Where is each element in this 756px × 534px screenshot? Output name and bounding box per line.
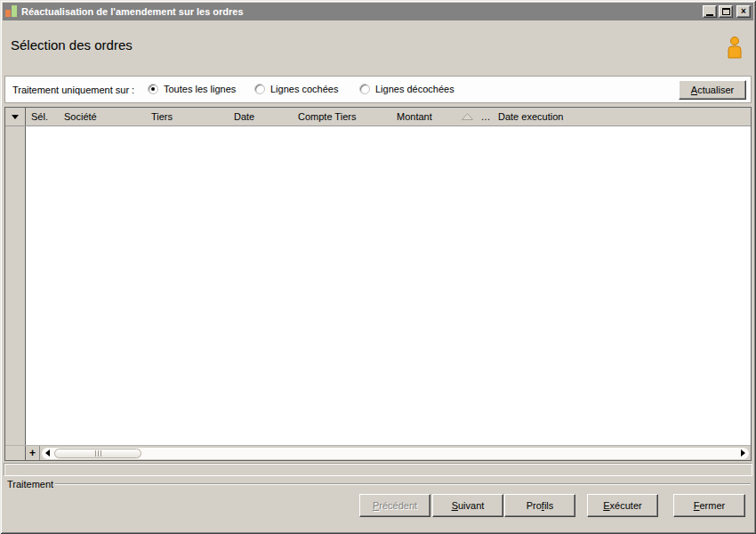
radio-label: Lignes décochées — [375, 84, 454, 94]
app-icon-green-bar — [12, 5, 17, 17]
column-header-compte-tiers[interactable]: Compte Tiers — [294, 108, 393, 125]
window-controls: × — [703, 5, 751, 18]
window-title: Réactualisation de l'amendement sur les … — [21, 6, 703, 17]
radio-unchecked-lines[interactable]: Lignes décochées — [359, 84, 454, 94]
row-indicator-gutter — [5, 126, 26, 445]
next-button[interactable]: Suivant — [432, 494, 503, 517]
column-header-societe[interactable]: Société — [60, 108, 148, 125]
previous-button[interactable]: Précédent — [359, 494, 430, 517]
plus-icon: + — [29, 447, 36, 459]
minimize-button[interactable] — [703, 5, 717, 18]
progress-strip — [4, 463, 752, 476]
column-header-date-execution[interactable]: Date execution — [495, 108, 751, 125]
traitement-group: Traitement — [7, 478, 751, 490]
filter-label: Traitement uniquement sur : — [12, 85, 134, 95]
grid-filter-dropdown[interactable] — [5, 108, 26, 125]
column-header-ellipsis[interactable]: … — [477, 108, 495, 125]
radio-icon — [254, 84, 265, 94]
scrollbar-track[interactable] — [41, 447, 750, 460]
app-icon[interactable] — [5, 5, 18, 18]
radio-icon — [148, 84, 158, 94]
app-icon-orange-bar — [5, 10, 11, 17]
minimize-icon — [706, 14, 713, 16]
radio-label: Lignes cochées — [270, 84, 338, 94]
horizontal-scrollbar: + — [5, 445, 751, 460]
close-button[interactable]: × — [736, 5, 751, 18]
radio-checked-lines[interactable]: Lignes cochées — [254, 84, 338, 94]
filter-band: Traitement uniquement sur : Toutes les l… — [4, 76, 752, 103]
group-divider — [55, 483, 751, 485]
user-silhouette-icon[interactable] — [725, 36, 744, 61]
close-dialog-button[interactable]: Fermer — [673, 494, 745, 517]
scroll-left-button[interactable] — [42, 448, 53, 459]
profiles-button[interactable]: Profils — [504, 494, 575, 517]
titlebar: Réactualisation de l'amendement sur les … — [3, 3, 753, 20]
column-header-tiers[interactable]: Tiers — [148, 108, 230, 125]
close-icon: × — [741, 7, 746, 16]
column-header-date[interactable]: Date — [230, 108, 294, 125]
scroll-right-button[interactable] — [737, 448, 749, 459]
maximize-icon — [722, 8, 730, 15]
arrow-left-icon — [45, 449, 50, 457]
scrollbar-thumb[interactable] — [54, 449, 141, 458]
dropdown-arrow-icon — [12, 115, 19, 119]
grid-header-row: Sél. Société Tiers Date Compte Tiers Mon… — [5, 108, 751, 126]
grid-body — [5, 126, 751, 445]
traitement-group-label: Traitement — [7, 479, 53, 490]
dialog-window: Réactualisation de l'amendement sur les … — [0, 0, 756, 534]
arrow-right-icon — [741, 449, 745, 457]
radio-all-lines[interactable]: Toutes les lignes — [148, 84, 236, 94]
refresh-button[interactable]: Actualiser — [679, 80, 746, 100]
scrollbar-corner — [5, 446, 26, 460]
radio-label: Toutes les lignes — [164, 84, 236, 94]
column-header-sel[interactable]: Sél. — [26, 108, 60, 125]
orders-grid: Sél. Société Tiers Date Compte Tiers Mon… — [4, 107, 752, 461]
sort-asc-icon[interactable] — [457, 108, 477, 125]
column-header-montant[interactable]: Montant — [393, 108, 457, 125]
radio-icon — [359, 84, 370, 94]
add-row-button[interactable]: + — [26, 446, 40, 460]
maximize-button[interactable] — [719, 5, 733, 18]
execute-button[interactable]: Exécuter — [587, 494, 658, 517]
page-title: Sélection des ordres — [11, 37, 133, 53]
